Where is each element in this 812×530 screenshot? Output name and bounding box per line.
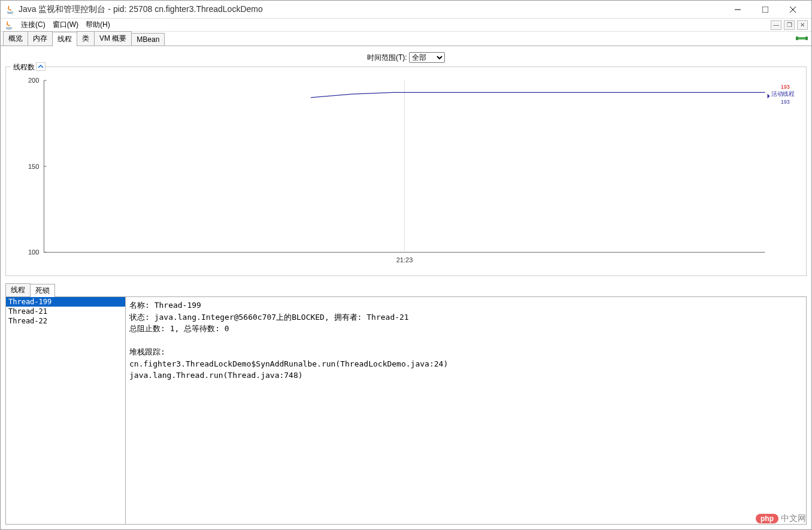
tab-memory[interactable]: 内存 xyxy=(28,31,53,46)
thread-list-item[interactable]: Thread-199 xyxy=(6,297,125,307)
java-icon xyxy=(4,20,14,30)
svg-text:21:23: 21:23 xyxy=(396,256,413,264)
thread-count-chart-group: 线程数 10015020021:23193活动线程193 xyxy=(5,66,807,276)
content-area: 时间范围(T): 全部 线程数 10015020021:23193活动线程193… xyxy=(1,46,811,529)
menu-window[interactable]: 窗口(W) xyxy=(49,20,82,30)
svg-text:193: 193 xyxy=(781,84,790,90)
tab-overview[interactable]: 概览 xyxy=(3,31,28,46)
detail-stack-label: 堆栈跟踪: xyxy=(129,346,802,358)
connection-status-icon xyxy=(796,34,808,43)
svg-rect-5 xyxy=(796,37,798,40)
main-tabs: 概览 内存 线程 类 VM 概要 MBean xyxy=(1,32,811,46)
maximize-button[interactable] xyxy=(752,1,779,19)
tab-mbean[interactable]: MBean xyxy=(131,33,165,46)
svg-rect-1 xyxy=(762,7,768,13)
svg-text:150: 150 xyxy=(28,163,39,170)
chart-legend-label: 线程数 xyxy=(11,62,37,72)
thread-list[interactable]: Thread-199 Thread-21 Thread-22 xyxy=(6,297,126,524)
java-icon xyxy=(5,5,15,14)
thread-list-item[interactable]: Thread-22 xyxy=(6,316,125,326)
tab-threads[interactable]: 线程 xyxy=(52,32,77,46)
detail-stack-line: java.lang.Thread.run(Thread.java:748) xyxy=(129,370,802,381)
svg-rect-6 xyxy=(805,37,808,40)
chart-collapse-button[interactable] xyxy=(36,62,46,71)
minimize-button[interactable] xyxy=(724,1,752,19)
svg-text:200: 200 xyxy=(28,77,39,84)
detail-state-row: 状态: java.lang.Integer@5660c707上的BLOCKED,… xyxy=(129,311,802,323)
tab-vm-summary[interactable]: VM 概要 xyxy=(94,31,132,46)
svg-text:193: 193 xyxy=(781,99,790,105)
subtab-threads[interactable]: 线程 xyxy=(5,283,31,296)
detail-stack-line: cn.fighter3.ThreadLockDemo$SynAddRunalbe… xyxy=(129,358,802,370)
menu-connect[interactable]: 连接(C) xyxy=(17,20,49,30)
chevron-up-icon xyxy=(38,64,44,69)
window-titlebar: Java 监视和管理控制台 - pid: 25708 cn.fighter3.T… xyxy=(1,1,811,19)
menu-help[interactable]: 帮助(H) xyxy=(82,20,114,30)
thread-panel: Thread-199 Thread-21 Thread-22 名称: Threa… xyxy=(5,296,807,525)
sub-minimize-button[interactable]: — xyxy=(771,20,781,30)
window-controls xyxy=(724,1,807,19)
time-range-row: 时间范围(T): 全部 xyxy=(3,49,809,66)
sub-close-button[interactable]: ✕ xyxy=(797,20,808,30)
svg-text:活动线程: 活动线程 xyxy=(771,90,795,97)
splitter-handle[interactable] xyxy=(126,297,127,309)
svg-text:100: 100 xyxy=(28,249,39,256)
close-button[interactable] xyxy=(779,1,807,19)
sub-window-controls: — ❐ ✕ xyxy=(771,20,808,30)
sub-restore-button[interactable]: ❐ xyxy=(784,20,795,30)
detail-counts-row: 总阻止数: 1, 总等待数: 0 xyxy=(129,323,802,335)
svg-rect-4 xyxy=(797,37,807,40)
detail-name-row: 名称: Thread-199 xyxy=(129,299,802,311)
window-title: Java 监视和管理控制台 - pid: 25708 cn.fighter3.T… xyxy=(19,4,724,15)
thread-count-chart[interactable]: 10015020021:23193活动线程193 xyxy=(11,74,801,271)
subtab-deadlock[interactable]: 死锁 xyxy=(30,284,55,297)
time-range-label: 时间范围(T): xyxy=(367,53,407,62)
tab-classes[interactable]: 类 xyxy=(77,31,95,46)
thread-subtabs: 线程 死锁 xyxy=(3,283,809,296)
menubar: 连接(C) 窗口(W) 帮助(H) — ❐ ✕ xyxy=(1,19,811,32)
thread-list-item[interactable]: Thread-21 xyxy=(6,307,125,316)
time-range-select[interactable]: 全部 xyxy=(409,52,445,63)
thread-inspector: 线程 死锁 Thread-199 Thread-21 Thread-22 名称:… xyxy=(3,283,809,527)
thread-detail: 名称: Thread-199 状态: java.lang.Integer@566… xyxy=(126,297,806,524)
